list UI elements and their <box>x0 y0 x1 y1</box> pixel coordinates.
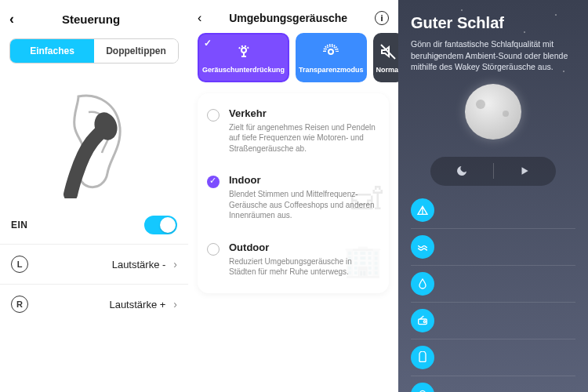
play-button[interactable] <box>494 165 557 176</box>
radio-icon <box>207 109 220 122</box>
ear-illustration <box>0 73 188 206</box>
waves-icon <box>411 235 434 259</box>
page-title: Steuerung <box>3 13 179 26</box>
building-icon: 🏢 <box>343 241 383 278</box>
profile-outdoor[interactable]: Outdoor Reduziert Umgebungsgeräusche in … <box>198 232 389 289</box>
radio-selected-icon <box>207 176 220 188</box>
transparency-icon <box>321 42 340 61</box>
tab-double-tap[interactable]: Doppeltippen <box>94 39 178 63</box>
controls-screen: ‹ Steuerung Einfaches Doppeltippen EIN L… <box>0 0 188 392</box>
sound-drop[interactable] <box>411 266 575 303</box>
svg-point-1 <box>241 48 246 53</box>
sound-radio[interactable] <box>411 303 575 339</box>
profile-name: Verkehr <box>229 107 378 119</box>
drop-icon <box>411 272 434 296</box>
moon-small-icon <box>456 165 468 177</box>
radio-icon <box>411 309 434 332</box>
tab-bar: Einfaches Doppeltippen <box>9 38 179 64</box>
chevron-right-icon: › <box>173 298 177 310</box>
sound-pod[interactable] <box>411 376 575 392</box>
toggle-label: EIN <box>11 220 28 230</box>
header: ‹ Umgebungsgeräusche i <box>188 0 398 33</box>
sound-tent[interactable] <box>411 192 575 229</box>
svg-point-2 <box>328 49 333 54</box>
left-control-row[interactable]: L Lautstärke - › <box>0 245 188 284</box>
mode-transparency[interactable]: Transparenzmodus <box>296 33 367 82</box>
sleep-screen: Guter Schlaf Gönn dir fantastische Schla… <box>398 0 588 392</box>
door-icon <box>411 346 434 369</box>
radio-icon <box>207 243 220 256</box>
pod-icon <box>411 383 434 392</box>
left-action-label: Lautstärke - <box>36 259 165 270</box>
mode-anc-label: Geräuschunterdrückung <box>202 66 285 74</box>
info-icon[interactable]: i <box>375 11 389 25</box>
profile-verkehr[interactable]: Verkehr Zielt für angenehmes Reisen und … <box>198 98 389 165</box>
mode-anc[interactable]: ✓ Geräuschunterdrückung <box>198 33 289 82</box>
anc-icon <box>234 42 253 61</box>
sofa-icon: 🛋 <box>351 181 383 216</box>
page-title: Umgebungsgeräusche <box>201 12 375 24</box>
profile-indoor[interactable]: Indoor Blendet Stimmen und Mittelfrequen… <box>198 165 389 232</box>
enable-row: EIN <box>0 206 188 244</box>
controls-list: L Lautstärke - › <box>0 244 188 284</box>
left-badge: L <box>11 256 28 273</box>
sound-door[interactable] <box>411 339 575 376</box>
enable-toggle[interactable] <box>144 216 177 234</box>
ambient-screen: ‹ Umgebungsgeräusche i ✓ Geräuschunterdr… <box>188 0 398 392</box>
play-icon <box>519 165 530 176</box>
check-icon: ✓ <box>204 38 212 49</box>
night-mode-button[interactable] <box>430 165 493 177</box>
right-control-row[interactable]: R Lautstärke + › <box>0 285 188 324</box>
ear-icon <box>35 81 153 198</box>
moon-icon <box>465 84 521 140</box>
svg-point-5 <box>423 321 426 323</box>
mode-bar: ✓ Geräuschunterdrückung Transparenzmodus… <box>188 33 398 89</box>
normal-icon <box>379 42 397 61</box>
profile-desc: Zielt für angenehmes Reisen und Pendeln … <box>229 122 378 154</box>
right-action-label: Lautstärke + <box>36 299 165 310</box>
profile-list: Verkehr Zielt für angenehmes Reisen und … <box>198 93 389 293</box>
sound-waves[interactable] <box>411 229 575 266</box>
mode-normal-label: Normal <box>376 66 398 74</box>
moon-area <box>411 84 575 186</box>
player-pill <box>430 157 556 186</box>
controls-list: R Lautstärke + › <box>0 284 188 324</box>
sound-list <box>411 192 575 392</box>
right-badge: R <box>11 296 28 313</box>
mode-normal[interactable]: Normal <box>373 33 398 82</box>
chevron-right-icon: › <box>173 258 177 270</box>
page-title: Guter Schlaf <box>411 14 575 32</box>
tab-simple[interactable]: Einfaches <box>10 39 94 63</box>
page-subtitle: Gönn dir fantastische Schlafqualität mit… <box>411 38 575 73</box>
header: ‹ Steuerung <box>0 0 188 35</box>
mode-transparency-label: Transparenzmodus <box>299 66 364 74</box>
tent-icon <box>411 198 434 222</box>
